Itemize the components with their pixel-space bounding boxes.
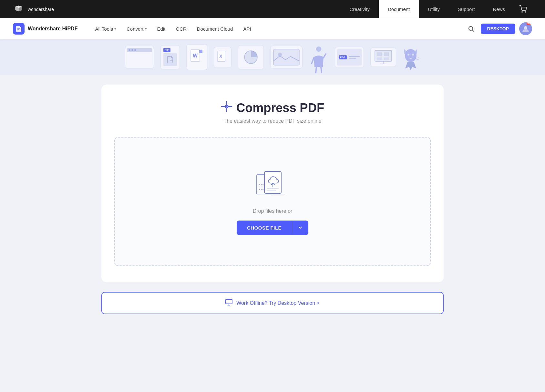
svg-point-8 bbox=[524, 26, 527, 29]
sub-nav-items: All Tools ▾ Convert ▾ Edit OCR Document … bbox=[90, 24, 465, 34]
pro-badge: Pro bbox=[527, 22, 532, 25]
monitor-icon bbox=[225, 299, 232, 307]
nav-utility[interactable]: Utility bbox=[419, 0, 449, 18]
svg-line-20 bbox=[324, 54, 326, 58]
svg-point-18 bbox=[316, 46, 321, 52]
banner-illustration: ZIP ZIP W X bbox=[125, 41, 420, 73]
svg-rect-28 bbox=[377, 57, 382, 60]
sub-nav-ocr[interactable]: OCR bbox=[171, 24, 191, 34]
page-subtitle: The easiest way to reduce PDF size onlin… bbox=[114, 118, 431, 124]
svg-point-3 bbox=[525, 12, 526, 12]
svg-rect-27 bbox=[384, 52, 389, 56]
svg-point-2 bbox=[522, 12, 522, 12]
sub-nav-convert[interactable]: Convert ▾ bbox=[122, 24, 151, 34]
svg-rect-46 bbox=[226, 299, 232, 304]
choose-file-btn-group: CHOOSE FILE bbox=[237, 221, 308, 235]
chevron-down-icon bbox=[298, 225, 303, 230]
svg-rect-16 bbox=[273, 49, 299, 65]
sub-nav-logo-text: Wondershare HiPDF bbox=[28, 26, 77, 32]
wondershare-logo[interactable]: wondershare bbox=[13, 3, 63, 15]
nav-creativity[interactable]: Creativity bbox=[340, 0, 379, 18]
search-button[interactable] bbox=[465, 23, 477, 35]
svg-point-6 bbox=[469, 26, 473, 30]
sub-nav: Wondershare HiPDF All Tools ▾ Convert ▾ … bbox=[0, 18, 545, 39]
svg-line-21 bbox=[316, 67, 316, 73]
svg-rect-26 bbox=[377, 52, 382, 56]
cart-icon[interactable] bbox=[514, 0, 532, 18]
nav-news[interactable]: News bbox=[484, 0, 514, 18]
page-title: Compress PDF bbox=[114, 101, 431, 115]
chevron-down-icon: ▾ bbox=[145, 27, 147, 31]
svg-point-32 bbox=[412, 54, 414, 56]
nav-support[interactable]: Support bbox=[449, 0, 484, 18]
compress-icon bbox=[221, 101, 232, 115]
svg-text:W: W bbox=[193, 53, 198, 58]
sub-nav-api[interactable]: API bbox=[239, 24, 255, 34]
svg-line-19 bbox=[312, 58, 314, 64]
drop-zone[interactable]: Drop files here or CHOOSE FILE bbox=[114, 137, 431, 266]
nav-document[interactable]: Document bbox=[379, 0, 419, 18]
hipdf-logo[interactable]: Wondershare HiPDF bbox=[13, 23, 77, 35]
svg-point-30 bbox=[405, 49, 416, 62]
svg-text:ZIP: ZIP bbox=[169, 59, 172, 62]
svg-text:wondershare: wondershare bbox=[28, 7, 54, 12]
avatar[interactable]: Pro bbox=[519, 22, 532, 35]
offline-banner-text: Work Offline? Try Desktop Version > bbox=[236, 300, 320, 306]
chevron-down-icon: ▾ bbox=[114, 27, 116, 31]
svg-rect-29 bbox=[384, 57, 389, 60]
svg-line-22 bbox=[321, 67, 322, 73]
svg-rect-11 bbox=[199, 50, 202, 53]
main-content: Compress PDF The easiest way to reduce P… bbox=[0, 75, 545, 392]
svg-line-7 bbox=[472, 30, 474, 32]
drop-text: Drop files here or bbox=[253, 208, 293, 214]
sub-nav-all-tools[interactable]: All Tools ▾ bbox=[90, 24, 121, 34]
sub-nav-edit[interactable]: Edit bbox=[153, 24, 170, 34]
choose-file-button[interactable]: CHOOSE FILE bbox=[237, 221, 292, 235]
choose-file-dropdown-button[interactable] bbox=[292, 221, 308, 235]
compress-card: Compress PDF The easiest way to reduce P… bbox=[101, 85, 444, 282]
upload-icon bbox=[255, 168, 290, 199]
top-nav-links: Creativity Document Utility Support News bbox=[340, 0, 514, 18]
page-title-area: Compress PDF The easiest way to reduce P… bbox=[114, 101, 431, 124]
desktop-button[interactable]: DESKTOP bbox=[481, 24, 515, 34]
offline-banner[interactable]: Work Offline? Try Desktop Version > bbox=[101, 292, 444, 314]
sub-nav-document-cloud[interactable]: Document Cloud bbox=[192, 24, 238, 34]
sub-nav-right: DESKTOP Pro bbox=[465, 22, 532, 35]
svg-point-31 bbox=[407, 54, 409, 56]
svg-text:X: X bbox=[219, 54, 222, 59]
banner: ZIP ZIP W X bbox=[0, 39, 545, 75]
top-nav: wondershare Creativity Document Utility … bbox=[0, 0, 545, 18]
